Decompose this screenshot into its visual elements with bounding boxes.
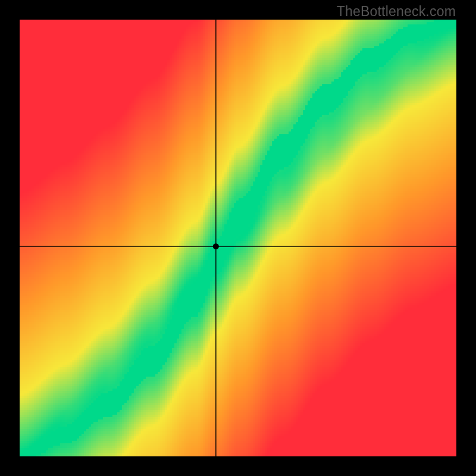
heatmap-canvas (20, 20, 456, 456)
watermark-text: TheBottleneck.com (337, 4, 456, 20)
heatmap-plot (20, 20, 456, 456)
chart-frame: TheBottleneck.com (0, 0, 476, 476)
